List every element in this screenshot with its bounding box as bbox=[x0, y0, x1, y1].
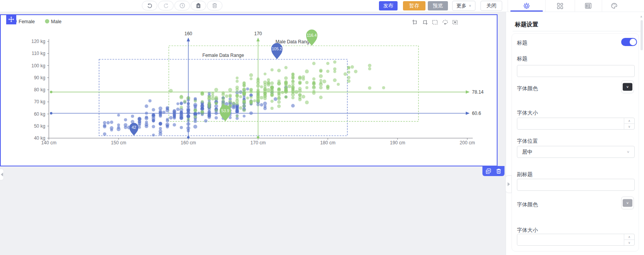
delete-button[interactable] bbox=[207, 1, 222, 10]
redo-button[interactable] bbox=[158, 1, 174, 10]
mark-line-label: 78.14 bbox=[472, 89, 484, 95]
y-tick-label: 40 kg bbox=[34, 135, 45, 141]
left-collapse-handle[interactable] bbox=[0, 169, 4, 180]
undo-icon bbox=[147, 3, 153, 9]
font-position-select[interactable]: 居中 ∨ bbox=[517, 146, 635, 158]
redo-icon bbox=[163, 3, 169, 9]
tab-theme[interactable] bbox=[602, 0, 626, 12]
chevron-down-icon: ∨ bbox=[627, 150, 630, 154]
active-tab-underline bbox=[510, 10, 543, 12]
y-tick-label: 70 kg bbox=[34, 99, 45, 104]
mark-point-label: 105.2 bbox=[272, 46, 282, 51]
widget-drag-handle[interactable] bbox=[6, 14, 16, 24]
y-tick-label: 90 kg bbox=[34, 75, 45, 80]
tab-detail[interactable] bbox=[575, 0, 601, 12]
y-tick-label: 110 kg bbox=[32, 51, 45, 56]
clear-canvas-icon bbox=[196, 3, 201, 9]
more-button[interactable]: 更多 ∨ bbox=[452, 1, 475, 11]
tab-settings[interactable] bbox=[508, 0, 545, 12]
components-grid-icon bbox=[557, 3, 563, 9]
select-value: 居中 bbox=[522, 149, 532, 156]
x-tick-label: 140 cm bbox=[41, 140, 56, 145]
spinner-up-icon[interactable]: ∧ bbox=[624, 118, 634, 124]
legend-item[interactable]: Male bbox=[51, 19, 62, 24]
delete-widget-icon[interactable] bbox=[496, 168, 501, 174]
y-tick-label: 50 kg bbox=[34, 123, 45, 129]
scrollbar-up-icon[interactable]: ▲ bbox=[640, 15, 643, 18]
number-spinner: ∧ ∨ bbox=[624, 234, 634, 245]
design-canvas[interactable]: FemaleMale140 cm150 cm160 cm170 cm180 cm… bbox=[0, 12, 506, 255]
brush-clear-icon[interactable] bbox=[453, 21, 458, 24]
theme-palette-icon bbox=[611, 3, 618, 9]
chevron-down-icon: ∨ bbox=[626, 85, 629, 89]
divider bbox=[513, 31, 641, 31]
x-tick-label: 150 cm bbox=[111, 140, 126, 145]
preview-button[interactable]: 预览 bbox=[428, 1, 448, 10]
settings-gear-icon bbox=[523, 2, 530, 9]
subtitle-font-size-label: 字体大小 bbox=[517, 227, 538, 234]
chevron-down-icon: ∨ bbox=[469, 4, 472, 7]
subtitle-font-size-field[interactable] bbox=[517, 234, 624, 245]
mark-line-label: 60.6 bbox=[472, 111, 481, 116]
subtitle-font-color-picker[interactable]: ∨ bbox=[621, 197, 634, 209]
app-root: 发布 暂存 预览 更多 ∨ 关闭 bbox=[0, 0, 644, 255]
mark-point: 53.9 bbox=[220, 105, 231, 122]
subtitle-font-size-input[interactable]: ∧ ∨ bbox=[517, 234, 635, 246]
close-button[interactable]: 关闭 bbox=[480, 1, 502, 11]
number-spinner: ∧ ∨ bbox=[624, 118, 634, 129]
clear-canvas-button[interactable] bbox=[191, 1, 206, 10]
detail-form-icon bbox=[585, 3, 592, 9]
font-color-label: 字体颜色 bbox=[517, 85, 538, 92]
scatter-chart: FemaleMale140 cm150 cm160 cm170 cm180 cm… bbox=[1, 15, 497, 166]
brush-rect-icon[interactable] bbox=[433, 21, 437, 24]
x-tick-label: 190 cm bbox=[390, 140, 405, 145]
mark-line-label: 160 bbox=[184, 31, 192, 36]
chart-widget[interactable]: FemaleMale140 cm150 cm160 cm170 cm180 cm… bbox=[0, 14, 498, 166]
scrollbar-thumb[interactable] bbox=[641, 20, 643, 50]
brush-lasso-icon[interactable] bbox=[443, 20, 448, 24]
mark-point-label: 116.4 bbox=[307, 33, 317, 38]
zoom-select-icon[interactable] bbox=[412, 20, 417, 24]
close-label: 关闭 bbox=[486, 2, 496, 9]
subtitle-input[interactable] bbox=[517, 179, 635, 191]
panel-collapse-handle[interactable] bbox=[505, 175, 512, 193]
duplicate-widget-icon[interactable] bbox=[486, 168, 491, 174]
legend-item[interactable]: Female bbox=[19, 19, 35, 24]
chevron-down-icon: ∨ bbox=[626, 201, 629, 205]
settings-panel: 标题设置 标题 标题 字体颜色 ∨ 字体大小 ∧ ∨ 字体位置 居中 ∨ 副标题… bbox=[506, 12, 644, 255]
history-button[interactable] bbox=[174, 1, 190, 10]
legend-marker[interactable] bbox=[45, 19, 49, 24]
move-icon bbox=[8, 16, 14, 22]
mark-point-label: 53.9 bbox=[221, 108, 229, 113]
mark-point-label: 42 bbox=[132, 125, 136, 130]
y-tick-label: 60 kg bbox=[34, 111, 45, 117]
spinner-down-icon[interactable]: ∨ bbox=[624, 124, 634, 129]
title-input[interactable] bbox=[517, 65, 635, 77]
font-size-label: 字体大小 bbox=[517, 110, 538, 116]
font-size-input[interactable]: ∧ ∨ bbox=[517, 118, 635, 130]
spinner-up-icon[interactable]: ∧ bbox=[624, 234, 634, 240]
subtitle-font-color-label: 字体颜色 bbox=[517, 201, 538, 208]
title-toggle[interactable] bbox=[621, 38, 637, 46]
zoom-restore-icon[interactable] bbox=[423, 20, 428, 25]
font-color-picker[interactable]: ∨ bbox=[621, 80, 634, 93]
title-toggle-label: 标题 bbox=[517, 39, 527, 46]
y-tick-label: 100 kg bbox=[31, 63, 45, 68]
mark-point: 105.2 bbox=[271, 43, 282, 59]
more-label: 更多 bbox=[456, 2, 467, 9]
font-position-label: 字体位置 bbox=[517, 138, 538, 145]
tab-components[interactable] bbox=[546, 0, 575, 12]
x-tick-label: 160 cm bbox=[181, 140, 196, 145]
mark-line-label: 170 bbox=[254, 31, 262, 36]
spinner-down-icon[interactable]: ∨ bbox=[624, 240, 634, 245]
delete-icon bbox=[212, 3, 217, 9]
subtitle-label: 副标题 bbox=[517, 171, 533, 178]
undo-button[interactable] bbox=[142, 1, 157, 10]
top-toolbar: 发布 暂存 预览 更多 ∨ 关闭 bbox=[0, 0, 644, 12]
color-swatch: ∨ bbox=[623, 83, 632, 91]
x-tick-label: 200 cm bbox=[460, 140, 475, 145]
hold-save-button[interactable]: 暂存 bbox=[403, 1, 425, 10]
widget-action-tag bbox=[482, 166, 505, 176]
font-size-field[interactable] bbox=[517, 118, 624, 129]
publish-button[interactable]: 发布 bbox=[379, 1, 398, 10]
